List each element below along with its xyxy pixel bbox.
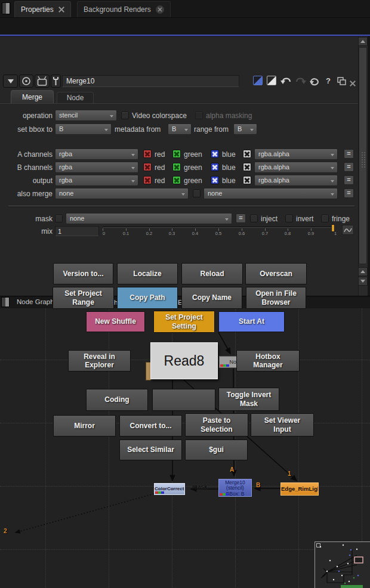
close-panel-icon[interactable] <box>350 81 356 86</box>
b-equals-button[interactable]: = <box>344 162 354 172</box>
select-similar-button[interactable]: Select Similar <box>119 440 182 460</box>
b-blue-checkbox[interactable] <box>211 163 219 171</box>
center-node-button[interactable] <box>19 75 33 88</box>
chevron-down-icon <box>131 180 135 182</box>
set-project-range-button[interactable]: Set Project Range <box>53 287 114 309</box>
tab-background-renders[interactable]: Background Renders <box>77 1 171 17</box>
mask-equals-button[interactable]: = <box>236 213 246 223</box>
a-alpha-dropdown[interactable]: rgba.alpha <box>254 148 338 160</box>
b-green-checkbox[interactable] <box>172 163 181 171</box>
open-in-file-browser-button[interactable]: Open in File Browser <box>246 287 306 309</box>
tab-node[interactable]: Node <box>57 92 94 104</box>
tick-label: 0.4 <box>189 231 201 236</box>
a-channels-dropdown[interactable]: rgba <box>55 148 138 160</box>
mirror-button[interactable]: Mirror <box>53 415 116 437</box>
node-merge10[interactable]: Merge10 (stencil) BBox: B Mix: 1 <box>218 479 252 497</box>
b-alpha-dropdown[interactable]: rgba.alpha <box>254 162 338 173</box>
revert-cycle-icon[interactable] <box>309 76 320 86</box>
alpha-masking-checkbox[interactable] <box>195 112 203 119</box>
copy-name-button[interactable]: Copy Name <box>181 287 242 309</box>
output-green-checkbox[interactable] <box>172 176 181 184</box>
fringe-checkbox[interactable] <box>321 215 329 222</box>
a-equals-button[interactable]: = <box>344 149 354 159</box>
scroll-up-button-2[interactable] <box>358 267 368 276</box>
also-merge-checkbox[interactable] <box>193 190 201 197</box>
start-at-button[interactable]: Start At <box>218 311 285 332</box>
overscan-button[interactable]: Overscan <box>245 263 307 284</box>
a-blue-checkbox[interactable] <box>211 150 219 158</box>
settings-wrench-button[interactable] <box>51 75 61 88</box>
close-icon[interactable] <box>58 7 64 13</box>
tab-merge[interactable]: Merge <box>11 90 54 104</box>
reformthat-button[interactable] <box>152 389 215 411</box>
mix-slider[interactable]: 0 0.1 0.2 0.3 0.4 0.5 0.6 0.7 0.8 0.9 1 <box>103 225 340 236</box>
set-bbox-dropdown[interactable]: B <box>55 123 112 135</box>
scroll-down-button[interactable] <box>358 277 368 286</box>
coding-button[interactable]: Coding <box>86 389 148 411</box>
slider-track[interactable] <box>103 227 334 228</box>
node-name-input[interactable] <box>62 75 239 87</box>
node-edge-rimlight[interactable]: Edge_RimLight <box>280 482 319 496</box>
operation-dropdown[interactable]: stencil <box>55 110 117 121</box>
toggle-invert-mask-button[interactable]: Toggle Invert Mask <box>218 388 279 411</box>
scrollbar-thumb[interactable] <box>359 47 367 264</box>
output-alpha-dropdown[interactable]: rgba.alpha <box>254 175 338 186</box>
reveal-in-explorer-button[interactable]: Reveal in Explorer <box>68 350 131 372</box>
float-window-icon[interactable] <box>337 76 346 85</box>
video-colorspace-checkbox[interactable] <box>121 112 129 119</box>
monitor-out-button[interactable] <box>35 75 50 88</box>
output-blue-checkbox[interactable] <box>211 176 219 184</box>
output-alpha-checkbox[interactable] <box>243 176 251 184</box>
node-read8[interactable]: Read8 <box>150 342 218 379</box>
curve-editor-button[interactable] <box>342 225 354 235</box>
localize-button[interactable]: Localize <box>117 263 178 284</box>
chevron-down-icon <box>131 154 135 156</box>
a-red-checkbox[interactable] <box>143 150 152 158</box>
collapse-caret-button[interactable] <box>3 75 18 88</box>
also-merge-dropdown-2[interactable]: none <box>204 188 338 199</box>
new-shuffle-button[interactable]: New Shuffle <box>86 311 145 332</box>
b-red-checkbox[interactable] <box>143 163 152 171</box>
toggle-panel-blue-icon[interactable] <box>253 76 263 85</box>
hotbox-manager-button[interactable]: Hotbox Manager <box>236 350 300 372</box>
metadata-from-dropdown[interactable]: B <box>168 123 192 135</box>
mask-dropdown[interactable]: none <box>66 213 232 224</box>
mask-checkbox[interactable] <box>55 215 63 222</box>
tab-properties[interactable]: Properties <box>14 1 71 17</box>
set-project-setting-button[interactable]: Set Project Setting <box>153 311 215 333</box>
node-graph-minimap[interactable] <box>314 541 370 588</box>
b-alpha-checkbox[interactable] <box>243 163 251 171</box>
node-colorcorrect1[interactable]: ColorCorrect1 <box>154 483 185 495</box>
close-icon[interactable] <box>156 5 164 14</box>
range-from-dropdown[interactable]: B <box>233 123 257 135</box>
chevron-down-icon <box>184 129 188 131</box>
inject-checkbox[interactable] <box>250 215 258 222</box>
output-red-checkbox[interactable] <box>143 176 152 184</box>
pane-menu-icon[interactable] <box>1 297 10 307</box>
toggle-panel-white-icon[interactable] <box>267 76 276 85</box>
tab-node-graph[interactable]: Node Graph <box>17 298 54 305</box>
a-alpha-checkbox[interactable] <box>243 150 251 158</box>
slider-handle[interactable] <box>331 224 335 232</box>
version-to-button[interactable]: Version to... <box>53 263 113 284</box>
also-merge-dropdown-1[interactable]: none <box>55 188 189 199</box>
undo-icon[interactable] <box>280 76 292 86</box>
b-channels-dropdown[interactable]: rgba <box>55 162 138 173</box>
a-green-checkbox[interactable] <box>172 150 181 158</box>
invert-checkbox[interactable] <box>285 215 293 222</box>
output-equals-button[interactable]: = <box>344 175 354 185</box>
set-viewer-input-button[interactable]: Set Viewer Input <box>251 413 314 437</box>
pane-menu-icon[interactable] <box>2 2 10 14</box>
convert-to-button[interactable]: Convert to... <box>119 415 182 437</box>
reload-button[interactable]: Reload <box>181 263 243 284</box>
help-button[interactable]: ? <box>326 76 331 85</box>
scroll-up-button[interactable] <box>358 37 368 46</box>
gui-button[interactable]: $gui <box>185 440 248 460</box>
paste-to-selection-button[interactable]: Paste to Selection <box>185 413 248 437</box>
also-merge-equals-button[interactable]: = <box>344 188 354 198</box>
redo-icon[interactable] <box>294 76 306 86</box>
output-dropdown[interactable]: rgba <box>55 175 138 186</box>
copy-path-button[interactable]: Copy Path <box>117 287 178 309</box>
tv-icon <box>36 76 48 86</box>
mix-value-input[interactable] <box>55 226 99 236</box>
